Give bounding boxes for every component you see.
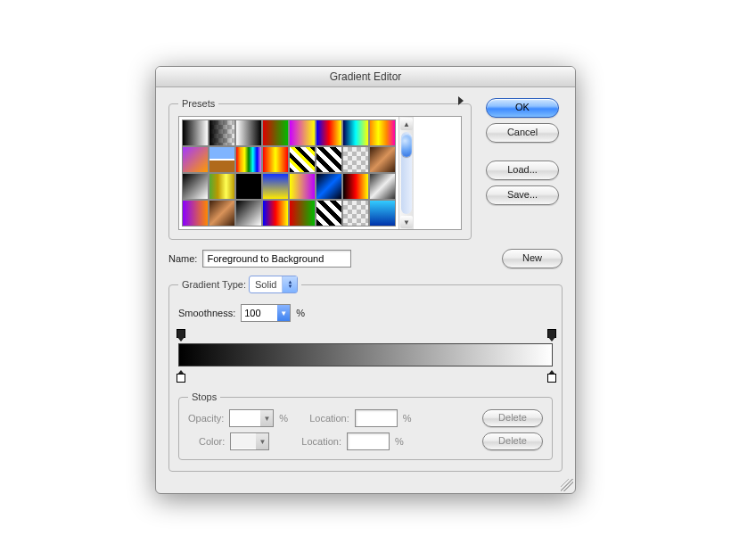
cancel-button[interactable]: Cancel bbox=[486, 123, 559, 143]
smoothness-input[interactable]: ▼ bbox=[241, 304, 291, 322]
preset-swatch[interactable] bbox=[316, 173, 342, 200]
save-button[interactable]: Save... bbox=[486, 185, 559, 205]
preset-swatch[interactable] bbox=[235, 119, 262, 146]
gradient-ramp[interactable] bbox=[178, 329, 553, 383]
preset-swatch[interactable] bbox=[235, 200, 262, 226]
stops-group: Stops Opacity: ▼ % Location: % Delete bbox=[178, 391, 553, 460]
presets-scrollbar[interactable]: ▲ ▼ bbox=[398, 117, 414, 229]
smoothness-value[interactable] bbox=[242, 306, 277, 320]
preset-swatch[interactable] bbox=[209, 146, 235, 173]
color-label: Color: bbox=[199, 436, 225, 447]
preset-swatch[interactable] bbox=[262, 119, 289, 146]
gradient-bar[interactable] bbox=[178, 343, 553, 366]
preset-swatch[interactable] bbox=[235, 146, 262, 173]
scroll-down-icon[interactable]: ▼ bbox=[400, 216, 413, 228]
opacity-input[interactable]: ▼ bbox=[229, 409, 274, 427]
scroll-thumb[interactable] bbox=[401, 134, 412, 157]
color-location-input[interactable] bbox=[347, 432, 390, 450]
delete-color-stop-button[interactable]: Delete bbox=[482, 432, 543, 450]
color-swatch-input[interactable]: ▼ bbox=[230, 432, 269, 450]
updown-icon: ▲▼ bbox=[282, 276, 297, 292]
presets-list: ▲ ▼ bbox=[178, 116, 462, 230]
preset-swatch[interactable] bbox=[369, 146, 396, 173]
presets-flyout-icon[interactable] bbox=[458, 96, 464, 105]
load-button[interactable]: Load... bbox=[486, 161, 559, 180]
opacity-location-input[interactable] bbox=[355, 409, 398, 427]
gradient-type-value: Solid bbox=[250, 279, 282, 290]
preset-swatch[interactable] bbox=[316, 119, 342, 146]
scroll-up-icon[interactable]: ▲ bbox=[400, 118, 413, 130]
preset-swatch[interactable] bbox=[289, 173, 316, 200]
preset-swatch[interactable] bbox=[342, 119, 369, 146]
delete-opacity-stop-button[interactable]: Delete bbox=[482, 409, 543, 427]
window-content: Presets bbox=[156, 87, 575, 493]
smoothness-unit: % bbox=[296, 308, 305, 318]
preset-swatch[interactable] bbox=[262, 146, 289, 173]
gradient-type-label: Gradient Type: bbox=[182, 279, 246, 290]
preset-swatch[interactable] bbox=[182, 119, 209, 146]
preset-swatch[interactable] bbox=[369, 173, 396, 200]
location-label: Location: bbox=[301, 436, 341, 447]
gradient-type-row: Gradient Type: Solid ▲▼ bbox=[178, 276, 301, 293]
preset-swatch[interactable] bbox=[182, 146, 209, 173]
preset-swatch[interactable] bbox=[289, 146, 316, 173]
unit: % bbox=[395, 436, 404, 447]
dropdown-icon[interactable]: ▼ bbox=[256, 433, 268, 449]
presets-legend: Presets bbox=[178, 98, 218, 109]
unit: % bbox=[403, 413, 412, 424]
preset-swatch[interactable] bbox=[182, 200, 209, 226]
scroll-track[interactable] bbox=[401, 132, 412, 214]
dropdown-icon[interactable]: ▼ bbox=[260, 410, 273, 426]
presets-group: Presets bbox=[168, 98, 472, 240]
preset-swatch[interactable] bbox=[209, 119, 235, 146]
preset-swatch[interactable] bbox=[342, 200, 369, 226]
opacity-stop-left[interactable] bbox=[176, 329, 185, 338]
ok-button[interactable]: OK bbox=[486, 98, 559, 118]
preset-swatch[interactable] bbox=[369, 119, 396, 146]
location-label: Location: bbox=[309, 413, 349, 424]
dropdown-icon[interactable]: ▼ bbox=[277, 305, 290, 321]
preset-swatch[interactable] bbox=[316, 146, 342, 173]
preset-swatch[interactable] bbox=[235, 173, 262, 200]
preset-swatch[interactable] bbox=[342, 173, 369, 200]
opacity-label: Opacity: bbox=[188, 413, 224, 424]
preset-swatch[interactable] bbox=[209, 200, 235, 226]
name-label: Name: bbox=[168, 253, 197, 264]
opacity-stop-right[interactable] bbox=[546, 329, 555, 338]
preset-swatch[interactable] bbox=[262, 200, 289, 226]
color-stop-right[interactable] bbox=[546, 374, 555, 383]
preset-swatch[interactable] bbox=[316, 200, 342, 226]
resize-grip-icon[interactable] bbox=[561, 479, 573, 491]
color-stop-left[interactable] bbox=[176, 374, 185, 383]
preset-swatch[interactable] bbox=[262, 173, 289, 200]
preset-swatch[interactable] bbox=[289, 119, 316, 146]
stops-legend: Stops bbox=[188, 391, 220, 402]
preset-swatch[interactable] bbox=[342, 146, 369, 173]
name-input[interactable] bbox=[202, 250, 351, 268]
preset-swatch[interactable] bbox=[369, 200, 396, 226]
preset-swatch[interactable] bbox=[209, 173, 235, 200]
window-title: Gradient Editor bbox=[156, 67, 575, 87]
gradient-editor-window: Gradient Editor Presets bbox=[155, 66, 576, 494]
unit: % bbox=[279, 413, 288, 424]
preset-swatch[interactable] bbox=[289, 200, 316, 226]
smoothness-label: Smoothness: bbox=[178, 308, 235, 318]
preset-swatch[interactable] bbox=[182, 173, 209, 200]
gradient-type-select[interactable]: Solid ▲▼ bbox=[249, 276, 298, 293]
gradient-settings-group: Gradient Type: Solid ▲▼ Smoothness: ▼ % bbox=[168, 276, 563, 472]
new-button[interactable]: New bbox=[502, 249, 563, 268]
